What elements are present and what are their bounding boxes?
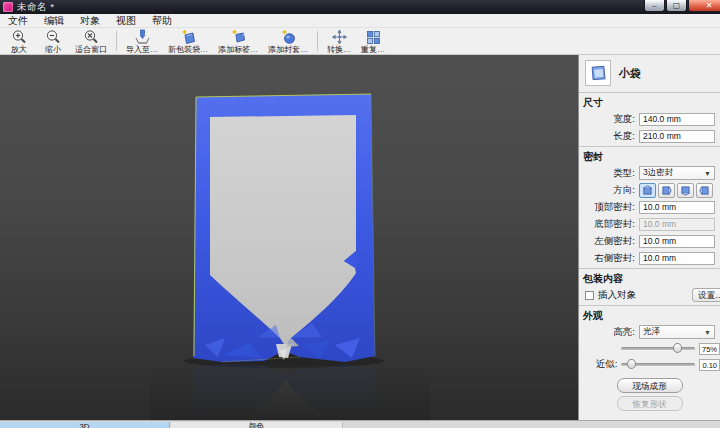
approx-slider[interactable] <box>621 363 695 366</box>
insert-object-checkbox[interactable] <box>585 291 594 300</box>
toolbar-label: 放大 <box>11 45 27 54</box>
add-sleeve-button[interactable]: 添加封套… <box>263 28 313 54</box>
length-label: 长度: <box>579 130 635 143</box>
minimize-button[interactable]: – <box>644 0 665 12</box>
section-content: 包装内容 <box>583 272 720 286</box>
toolbar-separator <box>317 31 318 51</box>
divider <box>579 92 720 93</box>
menu-edit[interactable]: 编辑 <box>36 14 72 28</box>
highlight-label: 高亮: <box>579 326 635 339</box>
titlebar: 未命名 * – ▢ ✕ <box>0 0 720 14</box>
bottom-seal-label: 底部密封: <box>579 218 635 231</box>
zoom-in-icon <box>11 29 28 45</box>
top-seal-label: 顶部密封: <box>579 201 635 214</box>
length-field[interactable] <box>639 130 715 143</box>
width-label: 宽度: <box>579 113 635 126</box>
menu-file[interactable]: 文件 <box>0 14 36 28</box>
highlight-value: 光泽 <box>643 326 660 338</box>
seal-type-value: 3边密封 <box>643 167 673 179</box>
panel-header: 小袋 <box>579 55 720 90</box>
bottom-tab-3d[interactable]: 3D <box>0 422 170 428</box>
bottom-tab-bar: 3D 颜色 <box>0 420 720 428</box>
bottom-seal-field <box>639 218 715 231</box>
highlight-dropdown[interactable]: 光泽 ▼ <box>639 325 715 339</box>
bag-thumbnail-icon <box>585 60 611 86</box>
chevron-down-icon: ▼ <box>704 329 711 336</box>
seal-type-dropdown[interactable]: 3边密封 ▼ <box>639 166 715 180</box>
menu-view[interactable]: 视图 <box>108 14 144 28</box>
seal-type-label: 类型: <box>579 167 635 180</box>
menubar: 文件 编辑 对象 视图 帮助 <box>0 14 720 28</box>
new-bag-icon <box>180 29 197 45</box>
app-window: 未命名 * – ▢ ✕ 文件 编辑 对象 视图 帮助 放大 缩小 适合窗 <box>0 0 720 428</box>
import-icon <box>134 29 151 45</box>
bag-3d-render <box>0 55 578 420</box>
toolbar-label: 导入至… <box>126 45 158 54</box>
live-shaping-button[interactable]: 现场成形 <box>617 378 683 393</box>
insert-object-label: 插入对象 <box>598 289 636 302</box>
approx-label: 近似: <box>579 358 617 371</box>
add-label-button[interactable]: 添加标签… <box>213 28 263 54</box>
divider <box>579 268 720 269</box>
add-sleeve-icon <box>280 29 297 45</box>
close-button[interactable]: ✕ <box>688 0 720 12</box>
toolbar: 放大 缩小 适合窗口 导入至… 新包装袋… <box>0 28 720 55</box>
repeat-button[interactable]: 重复… <box>356 28 390 54</box>
right-seal-label: 右侧密封: <box>579 252 635 265</box>
zoom-out-button[interactable]: 缩小 <box>36 28 70 54</box>
right-seal-field[interactable] <box>639 252 715 265</box>
approx-value-field[interactable]: 0.10 <box>699 359 720 371</box>
direction-toggle-down[interactable] <box>677 183 694 198</box>
toolbar-label: 新包装袋… <box>168 45 208 54</box>
properties-panel: 小袋 尺寸 宽度: 长度: 密封 类型: 3边密封 ▼ 方向: <box>578 55 720 420</box>
bottom-tab-color[interactable]: 颜色 <box>171 422 343 428</box>
fit-window-button[interactable]: 适合窗口 <box>70 28 112 54</box>
toolbar-label: 添加封套… <box>268 45 308 54</box>
direction-toggle-right[interactable] <box>658 183 675 198</box>
toolbar-label: 转换… <box>327 45 351 54</box>
maximize-button[interactable]: ▢ <box>666 0 687 12</box>
highlight-slider[interactable] <box>621 347 695 350</box>
direction-toggle-left[interactable] <box>696 183 713 198</box>
section-appearance: 外观 <box>583 309 720 323</box>
highlight-slider-thumb[interactable] <box>673 343 682 353</box>
minimize-icon: – <box>645 0 664 11</box>
maximize-icon: ▢ <box>667 0 686 11</box>
toolbar-label: 添加标签… <box>218 45 258 54</box>
add-label-icon <box>230 29 247 45</box>
transform-icon <box>331 29 348 45</box>
divider <box>579 146 720 147</box>
zoom-in-button[interactable]: 放大 <box>2 28 36 54</box>
object-title: 小袋 <box>619 66 641 81</box>
transform-button[interactable]: 转换… <box>322 28 356 54</box>
section-dimensions: 尺寸 <box>583 96 720 110</box>
menu-help[interactable]: 帮助 <box>144 14 180 28</box>
import-button[interactable]: 导入至… <box>121 28 163 54</box>
toolbar-label: 重复… <box>361 45 385 54</box>
3d-viewport[interactable] <box>0 55 578 420</box>
toolbar-label: 缩小 <box>45 45 61 54</box>
close-icon: ✕ <box>689 0 720 11</box>
top-seal-field[interactable] <box>639 201 715 214</box>
toolbar-label: 适合窗口 <box>75 45 107 54</box>
chevron-down-icon: ▼ <box>704 170 711 177</box>
zoom-out-icon <box>45 29 62 45</box>
direction-label: 方向: <box>579 184 635 197</box>
divider <box>579 305 720 306</box>
reset-shape-button: 恢复形状 <box>617 396 683 411</box>
width-field[interactable] <box>639 113 715 126</box>
window-title: 未命名 * <box>17 1 54 14</box>
highlight-percent-field[interactable]: 75% <box>699 343 720 355</box>
new-bag-button[interactable]: 新包装袋… <box>163 28 213 54</box>
repeat-icon <box>365 29 382 45</box>
left-seal-field[interactable] <box>639 235 715 248</box>
left-seal-label: 左侧密封: <box>579 235 635 248</box>
section-seal: 密封 <box>583 150 720 164</box>
zoom-fit-icon <box>83 29 100 45</box>
menu-object[interactable]: 对象 <box>72 14 108 28</box>
app-icon <box>3 2 13 12</box>
settings-button[interactable]: 设置… <box>692 288 720 302</box>
approx-slider-thumb[interactable] <box>627 359 636 369</box>
direction-toggle-up[interactable] <box>639 183 656 198</box>
toolbar-separator <box>116 31 117 51</box>
